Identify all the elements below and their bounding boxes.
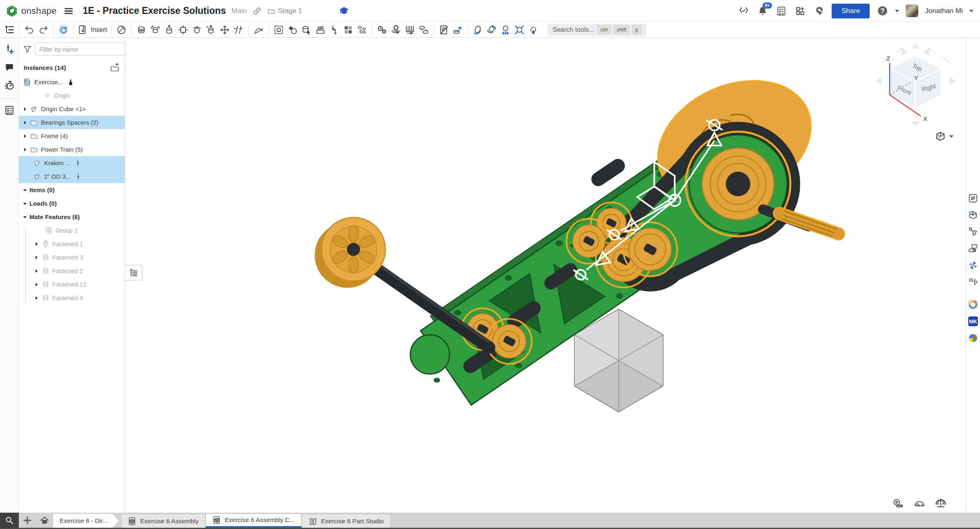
new-tab-button[interactable] — [19, 513, 36, 528]
panel-in-context-button[interactable] — [967, 226, 979, 238]
cylindrical-mate-button[interactable] — [204, 23, 218, 36]
chevron-right-icon[interactable] — [22, 133, 28, 139]
main-menu-button[interactable] — [63, 5, 75, 17]
group-mates-button[interactable] — [272, 23, 286, 36]
workspace-name[interactable]: Main — [232, 7, 247, 15]
chevron-right-icon[interactable] — [34, 241, 39, 247]
chevron-down-icon[interactable] — [22, 187, 28, 193]
versions-button[interactable] — [738, 5, 750, 17]
named-positions-button[interactable] — [114, 23, 128, 36]
parallel-mate-button[interactable] — [232, 23, 246, 36]
doc-tab-exercise-6-dir[interactable]: Exercise 6 - Dir... — [53, 514, 119, 528]
tree-item-power-train-5[interactable]: Power Train (5) — [19, 143, 125, 156]
filter-input[interactable] — [35, 43, 125, 56]
standard-content-button[interactable] — [286, 23, 300, 36]
sim-gravity-button[interactable] — [499, 23, 512, 36]
comments-button[interactable] — [2, 61, 16, 74]
panel-appearance-button[interactable] — [967, 259, 979, 271]
3d-viewport[interactable]: Top Front Right Z X Y — [125, 38, 966, 513]
tree-item-kraken[interactable]: Kraken ... — [19, 156, 125, 170]
search-tools-button[interactable]: Search tools...ctrlshiftp — [548, 24, 646, 36]
chevron-down-icon[interactable] — [22, 200, 28, 207]
exploded-view-button[interactable] — [355, 23, 369, 36]
chevron-right-icon[interactable] — [34, 281, 39, 288]
checklist-tasks-button[interactable] — [2, 103, 16, 117]
tree-item-frame-4[interactable]: Frame (4) — [19, 129, 125, 143]
chevron-right-icon[interactable] — [34, 254, 39, 261]
fastened-mate-button[interactable] — [134, 23, 148, 36]
insert-button[interactable]: Insert — [76, 23, 108, 36]
help-caret-icon[interactable] — [895, 10, 899, 12]
assembly-structure-button[interactable] — [2, 23, 16, 36]
dof-indicator[interactable] — [75, 173, 82, 180]
replicate-button[interactable] — [300, 23, 313, 36]
tree-item-2-od-3[interactable]: 2" OD 3... — [19, 170, 125, 183]
anchor-indicator[interactable] — [67, 78, 74, 86]
user-menu-caret-icon[interactable] — [969, 10, 973, 12]
pin-slot-mate-button[interactable] — [218, 23, 232, 36]
tree-item-items-0[interactable]: Items (0) — [19, 183, 125, 197]
bom-button[interactable] — [437, 23, 451, 36]
chevron-down-icon[interactable] — [22, 214, 28, 220]
panel-flyout-handle[interactable] — [125, 265, 142, 280]
app-pie-button[interactable] — [967, 332, 979, 344]
panel-standard-content-button[interactable] — [967, 209, 979, 221]
planar-mate-button[interactable] — [176, 23, 190, 36]
filter-funnel-icon[interactable] — [23, 45, 32, 54]
chevron-right-icon[interactable] — [22, 106, 28, 112]
sim-drop-button[interactable] — [526, 23, 540, 36]
notifications-button[interactable]: 9+ — [756, 5, 769, 17]
slider-mate-button[interactable] — [162, 23, 176, 36]
tab-manager-button[interactable] — [36, 513, 53, 528]
ball-mate-button[interactable] — [190, 23, 204, 36]
tree-item-loads-0[interactable]: Loads (0) — [19, 197, 125, 210]
view-cube[interactable]: Top Front Right Z X Y — [873, 43, 958, 127]
tree-item-mate-features-6[interactable]: Mate Features (6) — [19, 210, 125, 224]
doc-tab-exercise-6-assembly[interactable]: Exercise 6 Assembly — [121, 514, 206, 528]
rack-pinion-relation-button[interactable] — [389, 23, 403, 36]
redo-button[interactable] — [36, 23, 50, 36]
screw-relation-button[interactable] — [403, 23, 417, 36]
sim-rotate-button[interactable] — [471, 23, 485, 36]
dof-indicator[interactable] — [74, 159, 81, 166]
tree-item-fastened-12[interactable]: Fastened 12 — [19, 278, 125, 291]
tree-item-fastened-4[interactable]: Fastened 4 — [19, 291, 125, 305]
sim-cycle-button[interactable] — [485, 23, 499, 36]
app-mk-button[interactable]: MK — [967, 315, 979, 327]
tree-item-origin-cube-1[interactable]: Origin Cube <1> — [19, 102, 125, 116]
chevron-right-icon[interactable] — [22, 119, 28, 126]
doc-tab-exercise-6-assembly-c[interactable]: Exercise 6 Assembly C... — [206, 513, 302, 528]
app-store-button[interactable] — [794, 5, 806, 17]
learning-center-button[interactable] — [813, 5, 825, 17]
tangent-mate-button[interactable] — [252, 23, 266, 36]
search-documents-button[interactable] — [0, 513, 19, 528]
graduation-cap-icon[interactable] — [339, 6, 349, 16]
stage-breadcrumb[interactable]: Stage 1 — [267, 7, 302, 15]
tree-item-fastened-2[interactable]: Fastened 2 — [19, 264, 125, 278]
tree-item-bearings-spacers-2[interactable]: Bearings Spacers (2) — [19, 116, 125, 129]
protractor-icon[interactable] — [913, 497, 926, 509]
panel-outline-button[interactable] — [967, 192, 979, 204]
chevron-right-icon[interactable] — [22, 146, 28, 153]
tree-item-group-1[interactable]: Group 1 — [19, 224, 125, 237]
panel-configurations-button[interactable] — [967, 242, 979, 255]
share-button[interactable]: Share — [832, 4, 870, 18]
mate-connector-add-button[interactable] — [2, 43, 16, 56]
link-icon[interactable] — [253, 7, 262, 16]
help-button[interactable]: ? — [876, 5, 888, 17]
new-folder-icon[interactable] — [110, 63, 120, 73]
panel-featurescript-button[interactable]: x — [967, 276, 979, 288]
onshape-logo[interactable]: onshape — [6, 5, 57, 17]
sync-button[interactable] — [56, 23, 70, 36]
undo-button[interactable] — [22, 23, 36, 36]
user-avatar[interactable] — [906, 4, 918, 17]
tree-item-fastened-3[interactable]: Fastened 3 — [19, 251, 125, 264]
revolute-mate-button[interactable] — [148, 23, 162, 36]
gear-relation-button[interactable] — [375, 23, 389, 36]
measure-button[interactable] — [451, 23, 465, 36]
derived-button[interactable] — [327, 23, 341, 36]
tasks-button[interactable] — [775, 5, 788, 17]
chevron-right-icon[interactable] — [34, 268, 39, 274]
tree-item-exercise[interactable]: Exercise... — [19, 75, 125, 89]
view-options-button[interactable] — [935, 131, 953, 142]
